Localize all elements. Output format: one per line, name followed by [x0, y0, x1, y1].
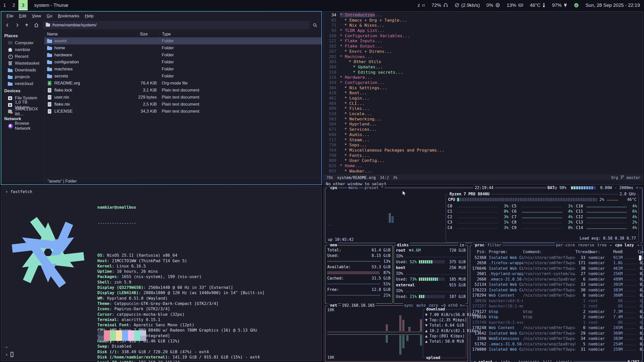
net-auto-button[interactable]: auto — [416, 303, 426, 308]
menu-item[interactable]: File — [4, 13, 16, 19]
kill-button[interactable]: kill — [543, 360, 552, 362]
clock: 22:19:44 — [473, 186, 495, 190]
idle-inhibitor-module[interactable]: zzz — [418, 3, 425, 8]
select-hint[interactable]: ↑ select ↓ — [474, 360, 497, 362]
file-row[interactable]: machines Folder — [45, 66, 321, 73]
net-sync-button[interactable]: sync — [404, 303, 413, 308]
workspace-button[interactable]: 2 — [9, 0, 19, 10]
process-row[interactable]: 51762 .emacs-31.0.50- /nix/store/wnqz5pa… — [470, 341, 642, 347]
column-size[interactable]: Size — [137, 31, 159, 37]
memory-module[interactable]: 13% — [507, 3, 523, 8]
file-row[interactable]: flake.nix 2,5 KiB Plain text document — [45, 101, 321, 108]
org-heading-text: * User Config... — [344, 158, 384, 163]
up-button[interactable] — [22, 21, 31, 29]
header-threads[interactable]: Threads: — [575, 250, 585, 254]
menu-button[interactable]: menu — [347, 186, 359, 190]
process-row[interactable]: 178616 btop btop 2 nambiar 7.4M 0.0 — [470, 314, 642, 320]
file-row[interactable]: LICENSE 34,3 KiB Plain text document — [45, 108, 321, 115]
menu-item[interactable]: Go — [44, 13, 55, 19]
menu-item[interactable]: Edit — [16, 13, 29, 19]
process-row[interactable]: 2601 .Hyprland-wrapp /run/current-system… — [470, 271, 642, 277]
filter-button[interactable]: filter — [486, 243, 502, 247]
net-stat-row: ▲ Total: 50.0 MiB — [423, 339, 466, 344]
process-row[interactable]: 2660 .emacs-31.0.50- /nix/store/wnqz5pa8… — [470, 277, 642, 282]
menu-item[interactable]: Bookmarks — [55, 13, 82, 19]
temperature-module[interactable]: 46°C — [530, 3, 545, 8]
file-row[interactable]: README.org 76,4 KiB Org-mode file — [45, 80, 321, 87]
sidebar-item[interactable]: Browse Network — [1, 122, 44, 129]
file-row[interactable]: home Folder — [45, 44, 321, 52]
menu-item[interactable]: View — [29, 13, 44, 19]
workspace-button[interactable]: 3 — [18, 0, 28, 10]
sidebar-item[interactable]: Wastebasket — [1, 60, 44, 67]
process-row[interactable]: 13642 Isolated Web Co /nix/store/sm8fmrf… — [470, 331, 642, 336]
process-row[interactable]: 179127 btop btop 2 nambiar 7.3M 0.0 — [470, 309, 642, 314]
sidebar-item[interactable]: Downloads — [1, 67, 44, 73]
preset-button[interactable]: preset * — [364, 186, 384, 190]
interval-minus-button[interactable]: - — [614, 186, 617, 190]
header-user[interactable]: User: — [585, 250, 610, 254]
path-bar[interactable]: /home/nambiar/system/ — [43, 21, 309, 29]
reverse-button[interactable]: reverse — [578, 243, 594, 247]
column-type[interactable]: Type — [159, 31, 321, 37]
clock-module[interactable]: Sun, 28 Sep 2025 - 22:19 — [585, 3, 640, 8]
cpu-module[interactable]: 0% — [486, 3, 500, 8]
line-number: 282 — [324, 54, 336, 60]
forward-button[interactable] — [13, 21, 21, 29]
header-mem[interactable]: MemB — [610, 250, 623, 254]
sidebar-item[interactable]: Recent — [1, 53, 44, 60]
sidebar-item[interactable]: Computer — [1, 39, 44, 46]
workspace-button[interactable]: 1 — [0, 0, 9, 10]
process-mem: 461M — [610, 266, 623, 271]
search-button[interactable] — [310, 21, 319, 29]
process-row[interactable]: 2658 .firefox-wrappe /nix/store/sm8fmrf3… — [470, 260, 642, 266]
file-row[interactable]: assets Folder — [45, 37, 321, 44]
signals-button[interactable]: signals — [556, 360, 572, 362]
scroll-percent: 3% — [393, 175, 397, 180]
process-row[interactable]: 38936 kworker/u64:6-kc 1 root 0B 0.0 — [470, 298, 642, 304]
process-row[interactable]: 178294 Web Content /nix/store/sm8fmrf3wp… — [470, 293, 642, 298]
sidebar-item[interactable]: nambiar — [1, 46, 44, 53]
file-row[interactable]: hardware Folder — [45, 52, 321, 59]
process-row[interactable]: 175749 kworker/6:2-even 1 root 0B 0.0 — [470, 320, 642, 325]
file-row[interactable]: user.nix 229 bytes Plain text document — [45, 94, 321, 101]
battery-module[interactable]: 97% — [552, 3, 567, 8]
sort-left-button[interactable]: ← — [610, 243, 612, 247]
sidebar-item[interactable]: projects — [1, 73, 44, 80]
process-row[interactable]: 52368 Isolated Web Co /nix/store/sm8fmrf… — [470, 255, 642, 260]
interval-plus-button[interactable]: + — [636, 186, 638, 190]
io-mode-button[interactable]: io — [458, 243, 465, 247]
process-row[interactable]: 177257 kworker/10:1-mm_ 1 root 0B 0.0 — [470, 304, 642, 309]
per-core-button[interactable]: per-core — [556, 243, 575, 247]
process-user: nambiar — [585, 326, 610, 330]
process-row[interactable]: 3390 WebExtensions /nix/store/sm8fmrf3wp… — [470, 336, 642, 342]
file-row[interactable]: secrets Folder — [45, 73, 321, 80]
process-row[interactable]: 52134 Isolated Web Co /nix/store/sm8fmrf… — [470, 282, 642, 288]
status-check-module[interactable] — [574, 3, 579, 8]
back-button[interactable] — [3, 21, 12, 29]
network-module[interactable]: (2.9kb/s) — [455, 3, 480, 8]
file-row[interactable]: configuration Folder — [45, 59, 321, 66]
header-pid[interactable]: Pid: — [472, 250, 486, 254]
header-program[interactable]: Program: — [486, 250, 523, 254]
process-row[interactable]: 176000 Isolated Web Co /nix/store/sm8fmr… — [470, 347, 642, 352]
sidebar-item[interactable]: nextcloud — [1, 80, 44, 87]
volume-module[interactable]: 72% — [432, 3, 448, 8]
column-name[interactable]: Name — [45, 31, 137, 37]
entry-label: Disk (/home/nambiar/external) — [97, 355, 168, 359]
tree-button[interactable]: tree — [597, 243, 607, 247]
process-row[interactable]: 176223 Isolated Web Co /nix/store/sm8fmr… — [470, 287, 642, 293]
home-button[interactable] — [32, 21, 41, 29]
proc-scrollbar[interactable] — [639, 255, 641, 260]
process-row[interactable]: 178248 Web Content /nix/store/sm8fmrf3wp… — [470, 325, 642, 331]
terminate-button[interactable]: terminate — [518, 360, 539, 362]
file-row[interactable]: flake.lock 3,1 KiB Plain text document — [45, 87, 321, 94]
header-cpu[interactable]: Cpu% ↑ — [638, 250, 644, 254]
menu-item[interactable]: Help — [82, 13, 96, 19]
sort-right-button[interactable]: → — [637, 243, 639, 247]
sidebar-item[interactable]: SMALLBOX Wi... — [1, 108, 44, 115]
process-row[interactable]: 176646 Isolated Web Co /nix/store/sm8fmr… — [470, 266, 642, 271]
upload-spike — [399, 335, 401, 355]
info-button[interactable]: info ↵ — [501, 360, 515, 362]
header-command[interactable]: Command: — [523, 250, 575, 254]
